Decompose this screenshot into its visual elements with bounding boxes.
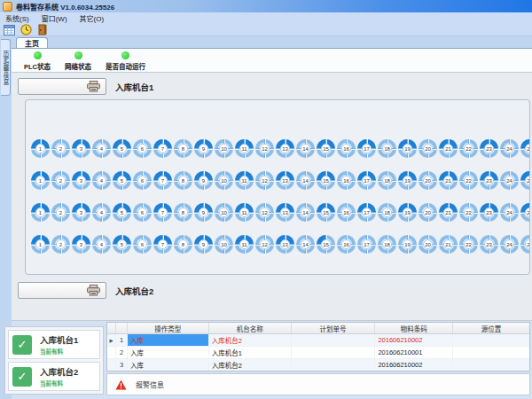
storage-slot[interactable]: 18	[378, 203, 396, 222]
column-header[interactable]: 操作类型	[128, 323, 209, 333]
storage-slot[interactable]: 10	[215, 139, 233, 158]
storage-slot[interactable]: 19	[398, 139, 417, 158]
storage-slot[interactable]: 16	[337, 171, 356, 190]
menu-item[interactable]: 窗口(W)	[42, 13, 67, 23]
menu-item[interactable]: 系统(S)	[5, 13, 29, 23]
cell-op-type[interactable]: 入库	[128, 334, 209, 346]
storage-slot[interactable]: 17	[357, 235, 376, 254]
storage-slot[interactable]: 17	[357, 203, 376, 222]
cell-machine-name[interactable]: 入库机台2	[209, 359, 292, 371]
table-row[interactable]: ▶1入库入库机台2201606210002	[107, 334, 529, 347]
storage-slot[interactable]: 20	[419, 171, 437, 190]
storage-slot[interactable]: 13	[276, 235, 294, 254]
storage-slot[interactable]: 7	[153, 139, 172, 158]
storage-slot[interactable]: 10	[215, 235, 233, 254]
storage-slot[interactable]: 24	[500, 235, 519, 254]
storage-slot[interactable]: 16	[337, 203, 356, 222]
storage-slot[interactable]: 14	[296, 139, 315, 158]
storage-slot[interactable]: 25	[520, 203, 530, 222]
storage-slot[interactable]: 11	[235, 235, 254, 254]
storage-slot[interactable]: 22	[459, 203, 478, 222]
storage-slot[interactable]: 25	[520, 171, 530, 190]
cell-material-barcode[interactable]: 201606210001	[375, 347, 453, 358]
storage-slot[interactable]: 11	[235, 203, 254, 222]
storage-slot[interactable]: 18	[378, 171, 396, 190]
storage-slot[interactable]: 12	[255, 139, 274, 158]
storage-slot[interactable]: 3	[72, 203, 90, 222]
storage-slot[interactable]: 8	[174, 203, 192, 222]
cell-plan-number[interactable]	[292, 334, 376, 346]
storage-slot[interactable]: 9	[194, 171, 213, 190]
storage-slot[interactable]: 5	[113, 203, 131, 222]
storage-slot[interactable]: 17	[357, 171, 376, 190]
storage-slot[interactable]: 4	[92, 171, 111, 190]
cell-material-barcode[interactable]: 201606210002	[375, 334, 453, 346]
storage-slot[interactable]: 12	[255, 203, 274, 222]
storage-slot[interactable]: 2	[51, 171, 70, 190]
storage-slot[interactable]: 8	[174, 235, 192, 254]
column-header[interactable]: 源位置	[453, 323, 529, 333]
storage-slot[interactable]: 1	[31, 171, 50, 190]
storage-slot[interactable]: 2	[51, 235, 70, 254]
storage-slot[interactable]: 5	[113, 235, 131, 254]
storage-slot[interactable]: 1	[31, 235, 50, 254]
machine-status-card[interactable]: ✓入库机台2当前有料	[8, 362, 100, 391]
storage-slot[interactable]: 19	[398, 203, 417, 222]
cell-machine-name[interactable]: 入库机台1	[209, 347, 292, 358]
storage-slot[interactable]: 14	[296, 171, 315, 190]
storage-slot[interactable]: 23	[480, 235, 498, 254]
storage-slot[interactable]: 3	[72, 171, 90, 190]
exit-door-icon[interactable]	[37, 24, 49, 35]
storage-slot[interactable]: 15	[317, 203, 335, 222]
column-header[interactable]: 机台名称	[209, 323, 292, 333]
storage-slot[interactable]: 15	[317, 235, 335, 254]
clock-icon[interactable]	[20, 24, 32, 35]
storage-slot[interactable]: 14	[296, 235, 315, 254]
storage-slot[interactable]: 15	[317, 171, 335, 190]
cell-plan-number[interactable]	[292, 347, 376, 358]
calendar-icon[interactable]	[4, 24, 15, 35]
storage-slot[interactable]: 19	[398, 235, 417, 254]
storage-slot[interactable]: 1	[31, 139, 50, 158]
storage-slot[interactable]: 24	[500, 203, 519, 222]
storage-slot[interactable]: 1	[31, 203, 50, 222]
storage-slot[interactable]: 24	[500, 171, 519, 190]
storage-slot[interactable]: 3	[72, 139, 90, 158]
storage-slot[interactable]: 8	[174, 171, 192, 190]
storage-slot[interactable]: 18	[378, 235, 396, 254]
storage-slot[interactable]: 21	[439, 235, 458, 254]
storage-slot[interactable]: 22	[459, 235, 478, 254]
cell-plan-number[interactable]	[292, 359, 376, 371]
column-header[interactable]: 计划单号	[292, 323, 376, 333]
storage-slot[interactable]: 20	[419, 235, 437, 254]
storage-slot[interactable]: 24	[500, 139, 519, 158]
storage-slot[interactable]: 16	[337, 139, 356, 158]
storage-slot[interactable]: 3	[72, 235, 90, 254]
column-header[interactable]: 物料条码	[375, 323, 453, 333]
storage-slot[interactable]: 9	[194, 235, 213, 254]
side-tab-alarm-history[interactable]: 历史报警信息	[1, 39, 11, 96]
storage-slot[interactable]: 20	[419, 139, 437, 158]
storage-slot[interactable]: 10	[215, 203, 233, 222]
storage-slot[interactable]: 20	[419, 203, 437, 222]
table-row[interactable]: 2入库入库机台1201606210001	[107, 347, 529, 359]
storage-slot[interactable]: 9	[194, 139, 213, 158]
storage-slot[interactable]: 4	[92, 203, 111, 222]
storage-slot[interactable]: 7	[153, 235, 172, 254]
storage-slot[interactable]: 9	[194, 203, 213, 222]
storage-slot[interactable]: 6	[133, 139, 152, 158]
storage-slot[interactable]: 21	[439, 171, 458, 190]
storage-slot[interactable]: 2	[51, 139, 70, 158]
storage-slot[interactable]: 12	[255, 171, 274, 190]
cell-source-position[interactable]	[453, 347, 529, 358]
storage-slot[interactable]: 23	[480, 203, 498, 222]
storage-slot[interactable]: 11	[235, 171, 254, 190]
storage-slot[interactable]: 6	[133, 171, 152, 190]
station2-print-button[interactable]	[18, 282, 106, 299]
storage-slot[interactable]: 4	[92, 139, 111, 158]
storage-slot[interactable]: 22	[459, 139, 478, 158]
storage-slot[interactable]: 14	[296, 203, 315, 222]
storage-slot[interactable]: 4	[92, 235, 111, 254]
storage-slot[interactable]: 11	[235, 139, 254, 158]
storage-slot[interactable]: 21	[439, 203, 458, 222]
